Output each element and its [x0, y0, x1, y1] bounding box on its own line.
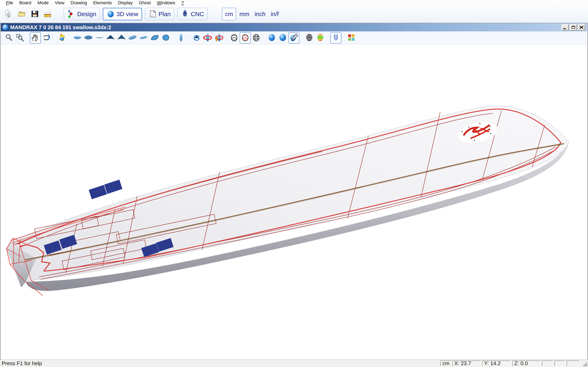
top-view-button[interactable] [72, 32, 83, 44]
perspective-view-3-icon [150, 33, 159, 43]
rotate-view-icon [42, 33, 51, 43]
minimize-button[interactable] [562, 24, 569, 31]
menu-item-mode[interactable]: Mode [34, 0, 52, 6]
top-view-filled-button[interactable] [83, 32, 94, 44]
maximize-button[interactable] [570, 24, 577, 31]
perspective-view-1-button[interactable] [127, 32, 138, 44]
rotate-board-vertical-icon [214, 33, 223, 43]
perspective-view-4-button[interactable] [160, 32, 171, 44]
wireframe-sphere-red-button[interactable] [240, 32, 251, 44]
menu-item-windows[interactable]: Windows [154, 0, 178, 6]
pan-hand-button[interactable] [30, 32, 41, 44]
rotate-section-button[interactable] [191, 32, 202, 44]
menu-item-ghost[interactable]: Ghost [136, 0, 154, 6]
plan-document-icon [149, 10, 157, 18]
front-view-icon [176, 33, 186, 43]
section-view-dark-button[interactable] [105, 32, 116, 44]
status-cell-x: X: 23.7 [452, 360, 481, 366]
wireframe-sphere-icon [229, 33, 239, 43]
cnc-bit-icon [181, 10, 189, 18]
perspective-view-4-icon [161, 33, 170, 43]
top-view-filled-icon [84, 33, 93, 43]
view-toolbar [1, 31, 587, 44]
section-view-dark-icon [106, 33, 115, 43]
rotate-board-vertical-button[interactable] [213, 32, 224, 44]
zebra-sphere-icon [305, 33, 314, 43]
perspective-view-2-icon [139, 33, 148, 43]
mode-button-plan[interactable]: Plan [145, 8, 174, 20]
new-board-icon [4, 9, 13, 19]
status-help-text: Press F1 for help [2, 360, 440, 367]
resize-grip[interactable] [581, 360, 588, 367]
menu-item-elements[interactable]: Elements [90, 0, 115, 6]
rotate-view-button[interactable] [41, 32, 52, 44]
maximize-icon [570, 25, 577, 30]
menu-item-board[interactable]: Board [16, 0, 34, 6]
section-view-icon [117, 33, 126, 43]
main-toolbar: Design3D viewPlanCNC cmmminchin/f [0, 6, 588, 23]
shaded-sphere-button[interactable] [266, 32, 277, 44]
zebra-sphere-button[interactable] [304, 32, 315, 44]
save-button[interactable] [29, 8, 40, 20]
open-folder-button[interactable] [16, 8, 27, 20]
rainbow-sphere-button[interactable] [315, 32, 326, 44]
rotate-section-icon [192, 33, 201, 43]
shaded-sphere-icon [267, 33, 277, 43]
pan-hand-icon [31, 33, 40, 43]
edit-surface-pencil-button[interactable] [288, 32, 299, 44]
menu-item-drawing[interactable]: Drawing [68, 0, 90, 6]
mesh-sphere-button[interactable] [251, 32, 262, 44]
mode-button-cnc[interactable]: CNC [177, 8, 208, 20]
ruler-button[interactable] [43, 8, 53, 20]
minimize-icon [562, 25, 568, 30]
surfboard-3d-render [1, 44, 587, 359]
shaded-sphere-smooth-button[interactable] [277, 32, 288, 44]
rotate-board-horizontal-button[interactable] [202, 32, 213, 44]
rocker-view-button[interactable] [94, 32, 105, 44]
symmetry-flip-button[interactable] [330, 32, 341, 44]
zoom-button[interactable] [3, 32, 14, 44]
menu-item-view[interactable]: View [52, 0, 67, 6]
unit-in-f[interactable]: in/f [268, 8, 281, 20]
rotate-board-horizontal-icon [203, 33, 212, 43]
open-folder-icon [17, 9, 26, 19]
front-view-button[interactable] [176, 32, 187, 44]
close-button[interactable] [578, 24, 585, 31]
save-icon [30, 9, 39, 19]
symmetry-flip-icon [331, 33, 341, 43]
menu-bar: FileBoardModeViewDrawingElementsDisplayG… [0, 0, 588, 6]
perspective-view-2-button[interactable] [138, 32, 149, 44]
document-window: MANDRAX 7 0 26 84 191 swallow.s3dx:2 [0, 23, 588, 359]
top-view-icon [73, 33, 82, 43]
status-cell-z: Z: 0.0 [512, 360, 541, 366]
mesh-sphere-icon [251, 33, 261, 43]
document-titlebar[interactable]: MANDRAX 7 0 26 84 191 swallow.s3dx:2 [1, 23, 587, 31]
mode-button-label: Design [77, 11, 96, 17]
new-board-button[interactable] [3, 8, 14, 20]
3d-viewport[interactable] [1, 44, 587, 359]
wireframe-sphere-button[interactable] [229, 32, 240, 44]
light-button[interactable] [56, 32, 67, 44]
menu-item-file[interactable]: File [3, 0, 16, 6]
menu-item-display[interactable]: Display [115, 0, 136, 6]
perspective-view-3-button[interactable] [149, 32, 160, 44]
unit-mm[interactable]: mm [237, 8, 252, 20]
mode-button-design[interactable]: Design [64, 8, 100, 20]
shaded-sphere-smooth-icon [278, 33, 287, 43]
status-cell-y: Y: 14.2 [482, 360, 511, 366]
zoom-window-button[interactable] [14, 32, 25, 44]
section-view-button[interactable] [116, 32, 127, 44]
mode-button-3d-view[interactable]: 3D view [103, 8, 142, 20]
mode-button-label: Plan [158, 11, 171, 17]
status-cell-empty-4 [542, 360, 553, 366]
app-sphere-icon [2, 25, 8, 30]
mode-button-label: 3D view [116, 11, 138, 17]
design-nodes-icon [67, 10, 76, 18]
zoom-icon [4, 33, 13, 43]
menu-item-?[interactable]: ? [178, 0, 187, 6]
color-palette-button[interactable] [346, 32, 357, 44]
unit-inch[interactable]: inch [252, 8, 268, 20]
rocker-view-icon [95, 33, 104, 43]
unit-cm[interactable]: cm [222, 8, 236, 20]
status-cell-empty-6 [567, 360, 579, 366]
